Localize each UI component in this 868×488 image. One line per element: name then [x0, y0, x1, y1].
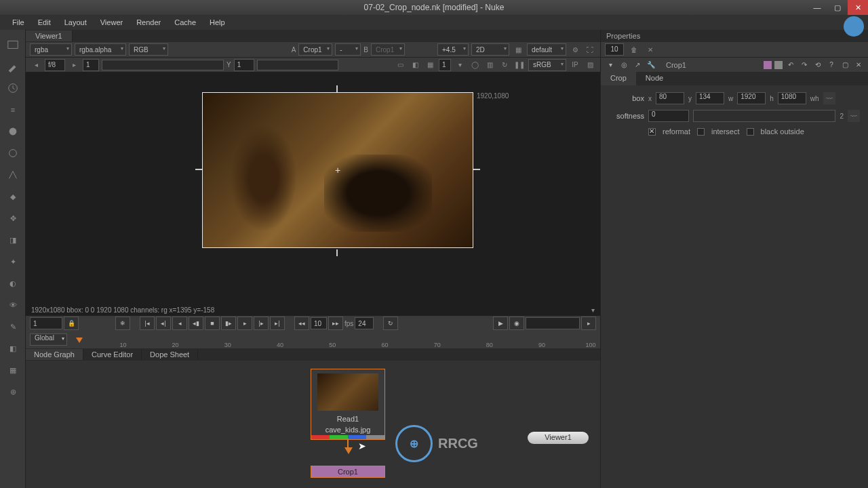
link-icon[interactable]: ↗: [632, 60, 643, 70]
menu-edit[interactable]: Edit: [31, 18, 58, 26]
user-avatar-icon[interactable]: [844, 16, 864, 37]
tab-node[interactable]: Node: [636, 72, 673, 85]
box-h-input[interactable]: 1080: [778, 92, 806, 104]
rgb-dropdown[interactable]: RGB: [129, 43, 168, 56]
b-input-dropdown[interactable]: Crop1: [371, 43, 405, 56]
menu-file[interactable]: File: [5, 18, 31, 26]
revert-icon[interactable]: ⟲: [812, 60, 823, 70]
center-icon[interactable]: ◎: [618, 60, 629, 70]
box-y-input[interactable]: 134: [696, 92, 724, 104]
node-graph-canvas[interactable]: Read1 cave_kids.jpg Crop1 Viewer1 ⊕ RRCG…: [26, 361, 600, 488]
close-button[interactable]: ✕: [848, 0, 868, 15]
transform-tool-icon[interactable]: ✥: [0, 207, 26, 229]
menu-render[interactable]: Render: [130, 18, 167, 26]
other-tool-icon[interactable]: ▦: [0, 359, 26, 381]
props-count[interactable]: 10: [605, 43, 624, 56]
undo-icon[interactable]: ↶: [785, 60, 796, 70]
next-frame-icon[interactable]: ▸: [68, 59, 80, 71]
next-key-icon[interactable]: |▸: [254, 317, 269, 330]
wipe-dropdown[interactable]: -: [335, 43, 361, 56]
format-icon[interactable]: ▦: [424, 59, 436, 71]
proxy-dropdown[interactable]: default: [527, 43, 566, 56]
play-back-icon[interactable]: ◂: [172, 317, 187, 330]
expand-icon[interactable]: ⛶: [584, 43, 596, 56]
roi-icon[interactable]: ▭: [394, 59, 406, 71]
box-x-input[interactable]: 80: [656, 92, 684, 104]
channel-dropdown[interactable]: rgba: [30, 43, 72, 56]
downrez-input[interactable]: 1: [439, 59, 451, 71]
skip-back-icon[interactable]: ◂◂: [294, 317, 309, 330]
refresh-icon[interactable]: ↻: [498, 59, 511, 71]
downrez-arrow-icon[interactable]: ▾: [454, 59, 466, 71]
lock-icon[interactable]: 🔒: [64, 317, 79, 330]
proxy-toggle-icon[interactable]: ▦: [512, 43, 524, 56]
step-back-icon[interactable]: ◂▮: [189, 317, 203, 330]
redo-icon[interactable]: ↷: [799, 60, 810, 70]
pause-icon[interactable]: ❚❚: [513, 59, 526, 71]
overscan-icon[interactable]: ◯: [469, 59, 481, 71]
fstop-input[interactable]: f/8: [45, 59, 65, 71]
menu-cache[interactable]: Cache: [167, 18, 203, 26]
prev-frame-icon[interactable]: ◂: [30, 59, 42, 71]
metadata-tool-icon[interactable]: ✎: [0, 316, 26, 338]
a-input-dropdown[interactable]: Crop1: [298, 43, 332, 56]
deep-tool-icon[interactable]: ◐: [0, 272, 26, 294]
colorspace-dropdown[interactable]: sRGB: [528, 59, 566, 71]
float-icon[interactable]: ▢: [840, 60, 850, 70]
close-all-icon[interactable]: ✕: [644, 43, 656, 56]
flipbook-icon[interactable]: ▸: [581, 317, 596, 330]
timeline-ruler[interactable]: 10 20 30 40 50 60 70 80 90 100: [73, 332, 596, 348]
minimize-button[interactable]: —: [807, 0, 827, 15]
tab-dope-sheet[interactable]: Dope Sheet: [142, 349, 198, 360]
record-icon[interactable]: ◉: [509, 317, 524, 330]
viewer-tab[interactable]: Viewer1: [26, 30, 73, 41]
current-frame-input[interactable]: 1: [30, 317, 62, 329]
last-frame-icon[interactable]: ▸|: [270, 317, 285, 330]
menu-help[interactable]: Help: [203, 18, 232, 26]
left-handle[interactable]: [195, 169, 202, 170]
menu-layout[interactable]: Layout: [58, 18, 94, 26]
gamma-slider[interactable]: [257, 60, 338, 70]
top-handle[interactable]: [336, 85, 338, 92]
menu-viewer[interactable]: Viewer: [94, 18, 130, 26]
help-icon[interactable]: ?: [826, 60, 837, 70]
gain-dropdown[interactable]: +4.5: [437, 43, 469, 56]
all-plugins-tool-icon[interactable]: ⊛: [0, 381, 26, 403]
particles-tool-icon[interactable]: ✦: [0, 251, 26, 272]
intersect-checkbox[interactable]: [697, 128, 705, 136]
gain-slider[interactable]: [102, 60, 224, 70]
close-node-icon[interactable]: ✕: [853, 60, 864, 70]
prev-key-icon[interactable]: ◂|: [156, 317, 171, 330]
viewer-node[interactable]: Viewer1: [528, 432, 589, 444]
clip-icon[interactable]: ◧: [409, 59, 421, 71]
gamma-input[interactable]: 1: [234, 59, 254, 71]
filter-tool-icon[interactable]: [0, 142, 26, 164]
image-tool-icon[interactable]: [0, 34, 26, 56]
zebra2-icon[interactable]: ▨: [584, 59, 596, 71]
skip-fwd-icon[interactable]: ▸▸: [328, 317, 343, 330]
tab-node-graph[interactable]: Node Graph: [26, 349, 83, 360]
right-handle[interactable]: [473, 169, 480, 170]
time-tool-icon[interactable]: [0, 77, 26, 99]
alpha-dropdown[interactable]: rgba.alpha: [75, 43, 126, 56]
keyer-tool-icon[interactable]: [0, 164, 26, 186]
read-node[interactable]: Read1 cave_kids.jpg: [311, 369, 385, 440]
merge-tool-icon[interactable]: ◆: [0, 186, 26, 207]
color-chip2-icon[interactable]: [774, 61, 783, 69]
bottom-handle[interactable]: [336, 249, 338, 256]
settings-icon[interactable]: ⚙: [569, 43, 581, 56]
ip-icon[interactable]: IP: [569, 59, 581, 71]
views-tool-icon[interactable]: 👁: [0, 294, 26, 316]
box-w-input[interactable]: 1920: [737, 92, 766, 104]
frame-range-input[interactable]: [526, 317, 580, 329]
frame-input[interactable]: 1: [83, 59, 99, 71]
color-tool-icon[interactable]: [0, 121, 26, 142]
channel-tool-icon[interactable]: ≡: [0, 99, 26, 121]
tab-crop[interactable]: Crop: [601, 72, 636, 85]
toolsets-tool-icon[interactable]: ◧: [0, 338, 26, 359]
snowflake-icon[interactable]: ❄: [115, 317, 130, 330]
fps-input[interactable]: 24: [355, 317, 374, 329]
clear-all-icon[interactable]: 🗑: [628, 43, 640, 56]
animate2-icon[interactable]: 〰: [848, 110, 860, 122]
zebra-icon[interactable]: ▥: [484, 59, 496, 71]
